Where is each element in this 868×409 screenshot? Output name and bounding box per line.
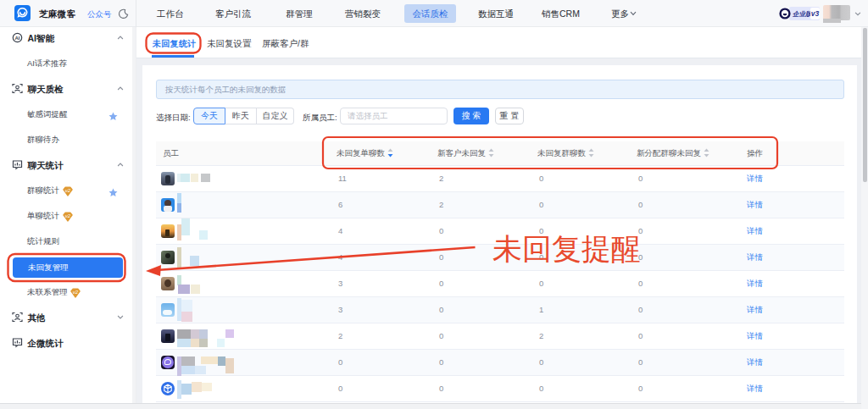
svg-text:v2: v2 xyxy=(73,290,79,295)
svg-text:v2: v2 xyxy=(65,213,71,218)
svg-text:v2: v2 xyxy=(65,188,71,193)
svg-text:AI: AI xyxy=(15,36,20,41)
